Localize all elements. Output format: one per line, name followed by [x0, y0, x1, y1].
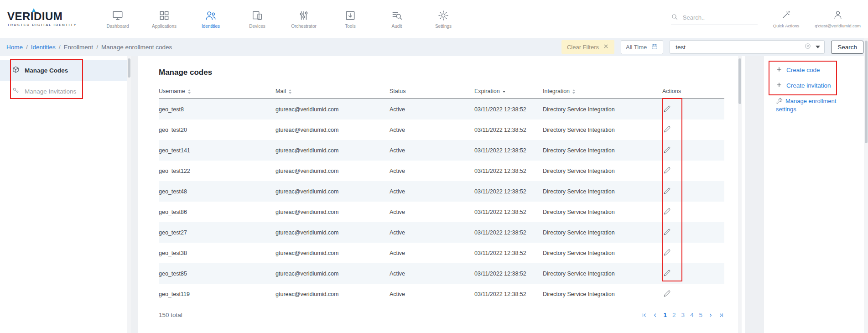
page-title: Manage codes [159, 68, 724, 77]
cell-mail: gtureac@veridiumid.com [275, 120, 390, 140]
edit-pencil-icon[interactable] [662, 290, 672, 297]
create-invitation-button[interactable]: Create invitation [776, 82, 864, 89]
global-search-input[interactable] [682, 14, 750, 21]
cell-expiration: 03/11/2022 12:38:52 [474, 222, 543, 243]
breadcrumb-separator: / [96, 44, 98, 51]
nav-item-audit[interactable]: Audit [380, 10, 413, 29]
cell-integration: Directory Service Integration [543, 202, 662, 222]
applications-icon [158, 10, 170, 21]
cell-status: Active [390, 140, 474, 161]
table-row: geo_test86 gtureac@veridiumid.com Active… [159, 202, 724, 222]
wrench-icon [776, 98, 783, 104]
edit-pencil-icon[interactable] [662, 269, 672, 277]
pagination-last-icon[interactable] [719, 312, 724, 318]
column-header-expiration[interactable]: Expiration [474, 85, 543, 99]
pagination-page-4[interactable]: 4 [690, 312, 694, 318]
table-row: geo_test48 gtureac@veridiumid.com Active… [159, 181, 724, 202]
table-row: geo_test122 gtureac@veridiumid.com Activ… [159, 161, 724, 181]
manage-enrollment-settings-link[interactable]: Manage enrollment settings [776, 97, 848, 113]
cell-expiration: 03/11/2022 12:38:52 [474, 202, 543, 222]
cell-integration: Directory Service Integration [543, 120, 662, 140]
close-icon[interactable] [603, 43, 609, 51]
breadcrumb-identities[interactable]: Identities [31, 44, 56, 51]
total-count: 150 total [159, 312, 182, 318]
edit-pencil-icon[interactable] [662, 228, 672, 236]
column-label: Actions [662, 88, 681, 94]
plus-icon [776, 82, 782, 89]
pagination-page-5[interactable]: 5 [699, 312, 702, 318]
top-header: VERIDIUM TRUSTED DIGITAL IDENTITY Dashbo… [0, 0, 868, 38]
sidebar-item-manage-codes[interactable]: Manage Codes [0, 60, 131, 81]
table-row: geo_test38 gtureac@veridiumid.com Active… [159, 243, 724, 263]
pagination-next-icon[interactable] [708, 312, 713, 318]
clear-input-icon[interactable] [804, 42, 811, 52]
table-row: geo_test20 gtureac@veridiumid.com Active… [159, 120, 724, 140]
filter-controls: Clear Filters All Time Search [561, 40, 863, 54]
nav-item-label: Devices [249, 24, 265, 29]
window-scrollbar[interactable] [864, 38, 868, 333]
create-code-button[interactable]: Create code [776, 66, 864, 74]
edit-pencil-icon[interactable] [662, 249, 672, 256]
column-header-integration[interactable]: Integration [543, 85, 662, 99]
table-row: geo_test85 gtureac@veridiumid.com Active… [159, 263, 724, 284]
time-filter-button[interactable]: All Time [621, 40, 663, 54]
column-header-username[interactable]: Username [159, 85, 275, 99]
identities-icon [205, 10, 217, 21]
settings-icon [437, 10, 449, 21]
sidebar-item-manage-invitations[interactable]: Manage Invitations [0, 81, 131, 102]
create-code-label: Create code [786, 67, 820, 73]
breadcrumb-separator: / [26, 44, 28, 51]
orchestrator-icon [298, 10, 310, 21]
nav-item-settings[interactable]: Settings [427, 10, 460, 29]
nav-item-label: Tools [345, 24, 355, 29]
nav-item-identities[interactable]: Identities [194, 10, 227, 29]
nav-item-devices[interactable]: Devices [241, 10, 274, 29]
column-header-status[interactable]: Status [390, 85, 474, 99]
cell-mail: gtureac@veridiumid.com [275, 202, 390, 222]
edit-pencil-icon[interactable] [662, 208, 672, 215]
edit-pencil-icon[interactable] [662, 146, 672, 154]
edit-pencil-icon[interactable] [662, 187, 672, 195]
quick-actions-button[interactable]: Quick Actions [773, 10, 800, 28]
nav-item-dashboard[interactable]: Dashboard [101, 10, 134, 29]
edit-pencil-icon[interactable] [662, 166, 672, 174]
pagination-prev-icon[interactable] [652, 312, 658, 318]
keys-icon [12, 87, 20, 96]
sidebar-scrollbar[interactable] [127, 56, 131, 333]
pagination-page-2[interactable]: 2 [672, 312, 676, 318]
pagination-first-icon[interactable] [641, 312, 647, 318]
search-button[interactable]: Search [831, 41, 863, 54]
calendar-icon [651, 43, 658, 52]
nav-item-orchestrator[interactable]: Orchestrator [287, 10, 320, 29]
cell-integration: Directory Service Integration [543, 140, 662, 161]
cell-expiration: 03/11/2022 12:38:52 [474, 243, 543, 263]
plus-icon [776, 66, 782, 74]
cell-expiration: 03/11/2022 12:38:52 [474, 284, 543, 304]
global-search [671, 13, 758, 25]
cell-integration: Directory Service Integration [543, 99, 662, 120]
nav-item-tools[interactable]: Tools [334, 10, 367, 29]
user-email: q'ctest@veridiumid.com [815, 23, 861, 28]
cell-username: geo_test85 [159, 263, 275, 284]
quick-actions-label: Quick Actions [773, 23, 800, 28]
edit-pencil-icon[interactable] [662, 105, 672, 113]
breadcrumb-separator: / [59, 44, 61, 51]
column-header-mail[interactable]: Mail [275, 85, 390, 99]
cell-integration: Directory Service Integration [543, 284, 662, 304]
edit-pencil-icon[interactable] [662, 125, 672, 133]
manage-codes-panel: Manage codes Username Mail Status Expira… [138, 56, 745, 333]
nav-item-applications[interactable]: Applications [148, 10, 181, 29]
column-header-actions: Actions [662, 85, 724, 99]
filter-search-input[interactable] [675, 43, 804, 51]
user-menu[interactable]: q'ctest@veridiumid.com [815, 10, 861, 28]
cell-status: Active [390, 263, 474, 284]
chevron-down-icon[interactable] [816, 46, 820, 48]
breadcrumb-home[interactable]: Home [6, 44, 23, 51]
main-scrollbar[interactable] [738, 56, 742, 333]
clear-filters-button[interactable]: Clear Filters [561, 40, 614, 54]
cell-status: Active [390, 243, 474, 263]
pagination-page-3[interactable]: 3 [681, 312, 685, 318]
cell-expiration: 03/11/2022 12:38:52 [474, 140, 543, 161]
pagination-page-1[interactable]: 1 [663, 312, 667, 318]
table-footer: 150 total 1 2 3 4 5 [159, 312, 724, 318]
